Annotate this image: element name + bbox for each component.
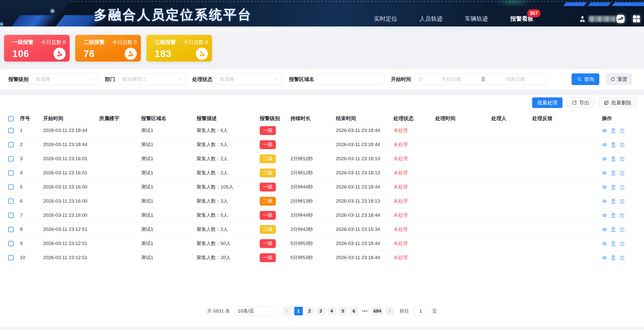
edit-icon[interactable] <box>620 128 625 133</box>
level-badge: 三级 <box>260 225 276 234</box>
edit-icon[interactable] <box>620 142 625 147</box>
page-button-4[interactable]: 4 <box>328 307 336 315</box>
search-button[interactable]: 查询 <box>572 73 599 85</box>
select-all-checkbox[interactable] <box>8 116 14 121</box>
row-checkbox[interactable] <box>8 199 14 204</box>
cell-handle-time <box>433 138 489 152</box>
end-date-placeholder[interactable]: 结束日期 <box>487 76 544 82</box>
apps-grid-icon[interactable] <box>632 14 641 23</box>
cell-status: 未处理 <box>391 180 433 194</box>
nav-item-vehicle-track[interactable]: 车辆轨迹 <box>465 15 488 23</box>
cell-seq: 1 <box>18 123 41 138</box>
goto-page-input[interactable] <box>414 306 427 316</box>
view-icon[interactable] <box>602 227 607 232</box>
alarm-level-select[interactable]: 请选择 <box>32 73 99 85</box>
table-row: 5 2026-03-11 23:16:00 测试1 聚集人数：105人 一级 2… <box>6 180 638 194</box>
edit-icon[interactable] <box>620 255 625 260</box>
table-row: 8 2026-03-11 23:12:51 测试1 聚集人数：2人 三级 2分钟… <box>6 222 638 236</box>
locate-icon[interactable] <box>610 128 616 133</box>
filter-panel: 报警级别 请选择 部门 请选择部门 处理状态 请选择 报警区域名 开始时间 开始… <box>0 69 644 90</box>
department-select[interactable]: 请选择部门 <box>118 73 186 85</box>
page-button-6[interactable]: 6 <box>350 307 358 315</box>
cell-duration <box>288 138 334 152</box>
locate-icon[interactable] <box>610 227 616 232</box>
row-actions <box>602 142 636 148</box>
cell-handler <box>489 138 530 152</box>
locate-icon[interactable] <box>610 255 616 261</box>
locate-icon[interactable] <box>610 212 616 218</box>
row-checkbox[interactable] <box>8 156 14 161</box>
cell-area: 测试1 <box>139 138 195 152</box>
row-checkbox[interactable] <box>8 213 14 218</box>
batch-delete-button[interactable]: 批量删除 <box>599 97 637 108</box>
next-page-button[interactable] <box>385 307 394 315</box>
view-icon[interactable] <box>602 156 607 161</box>
nav-item-realtime-location[interactable]: 实时定位 <box>374 15 397 23</box>
row-checkbox[interactable] <box>8 170 14 176</box>
column-header: 序号 <box>18 114 41 123</box>
view-icon[interactable] <box>602 128 607 133</box>
locate-icon[interactable] <box>610 156 616 162</box>
view-icon[interactable] <box>602 142 607 147</box>
cell-feedback <box>530 123 600 138</box>
cell-area: 测试1 <box>139 180 195 194</box>
cell-desc: 聚集人数：5人 <box>195 138 258 152</box>
cell-start-time: 2026-03-11 23:12:51 <box>41 222 97 236</box>
row-checkbox[interactable] <box>8 142 14 147</box>
view-icon[interactable] <box>602 213 607 218</box>
edit-icon[interactable] <box>620 184 625 190</box>
locate-icon[interactable] <box>610 241 616 246</box>
cell-building <box>97 166 139 180</box>
level-badge: 二级 <box>260 197 276 206</box>
edit-icon[interactable] <box>620 199 625 204</box>
row-checkbox[interactable] <box>8 241 14 246</box>
edit-icon[interactable] <box>620 241 625 246</box>
export-button[interactable]: 导出 <box>567 97 595 108</box>
nav-item-alarm-board[interactable]: 367报警看板 <box>510 15 533 23</box>
view-icon[interactable] <box>602 184 607 190</box>
view-icon[interactable] <box>602 199 607 204</box>
batch-handle-button[interactable]: 批量处理 <box>532 97 562 108</box>
page-button-5[interactable]: 5 <box>339 307 347 315</box>
row-checkbox[interactable] <box>8 128 14 133</box>
locate-icon[interactable] <box>610 170 616 176</box>
start-date-placeholder[interactable]: 开始日期 <box>423 76 479 82</box>
cell-seq: 7 <box>18 208 41 222</box>
view-icon[interactable] <box>602 170 607 176</box>
level-badge: 三级 <box>260 169 276 177</box>
locate-icon[interactable] <box>610 184 616 190</box>
edit-icon[interactable] <box>620 227 625 232</box>
view-icon[interactable] <box>602 241 607 246</box>
cell-area: 测试1 <box>139 123 195 138</box>
nav-item-person-track[interactable]: 人员轨迹 <box>419 15 443 23</box>
column-header: 开始时间 <box>41 114 97 123</box>
header-fade-band <box>0 26 644 35</box>
prev-page-button[interactable] <box>283 307 292 315</box>
edit-icon[interactable] <box>620 213 625 218</box>
row-actions <box>602 255 636 261</box>
row-checkbox[interactable] <box>8 184 14 190</box>
date-range-picker[interactable]: 开始日期 至 结束日期 <box>414 73 547 85</box>
handle-status-select[interactable]: 请选择 <box>216 73 282 85</box>
locate-icon[interactable] <box>610 198 616 204</box>
row-checkbox[interactable] <box>8 227 14 232</box>
page-button-2[interactable]: 2 <box>305 307 314 315</box>
cell-feedback <box>530 166 600 180</box>
page-size-select[interactable]: 10条/页 <box>235 306 277 316</box>
view-icon[interactable] <box>602 255 607 260</box>
locate-icon[interactable] <box>610 142 616 148</box>
row-checkbox[interactable] <box>8 255 14 260</box>
area-name-input[interactable] <box>317 73 384 85</box>
page-button-1[interactable]: 1 <box>294 307 303 315</box>
cell-handler <box>489 180 530 194</box>
monitor-chart-icon[interactable] <box>615 14 626 24</box>
edit-icon[interactable] <box>620 156 625 161</box>
cell-building <box>97 180 139 194</box>
reset-button[interactable]: 重置 <box>606 73 632 85</box>
page-button-3[interactable]: 3 <box>316 307 325 315</box>
last-page-button[interactable]: 684 <box>372 307 383 315</box>
cell-end-time: 2026-03-11 23:15:34 <box>334 222 391 236</box>
cell-desc: 聚集人数：105人 <box>195 180 258 194</box>
more-pages-ellipsis[interactable]: ••• <box>361 309 369 313</box>
edit-icon[interactable] <box>620 170 625 176</box>
